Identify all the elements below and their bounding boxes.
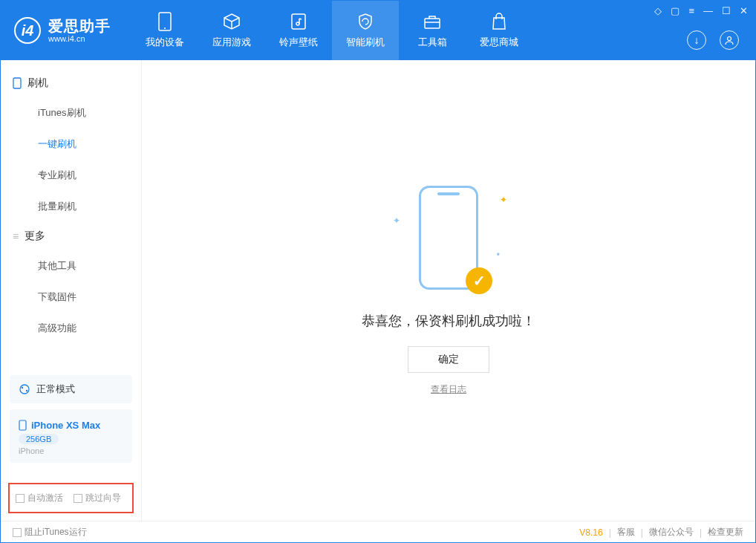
logo-text: 爱思助手 www.i4.cn	[48, 18, 111, 43]
shield-refresh-icon	[356, 12, 375, 31]
nav-ringtones[interactable]: 铃声壁纸	[265, 1, 332, 60]
sidebar-section-more: ≡ 更多	[1, 222, 141, 250]
sparkle-icon: ✦	[393, 215, 400, 226]
nav-label: 工具箱	[418, 36, 447, 49]
checkbox-icon	[74, 494, 82, 503]
toolbox-icon	[423, 12, 442, 31]
device-name: iPhone XS Max	[31, 420, 100, 431]
sidebar-item-download-firmware[interactable]: 下载固件	[1, 282, 141, 313]
ok-button[interactable]: 确定	[408, 346, 489, 373]
sidebar-item-pro-flash[interactable]: 专业刷机	[1, 160, 141, 191]
body-area: 刷机 iTunes刷机 一键刷机 专业刷机 批量刷机 ≡ 更多 其他工具 下载固…	[1, 60, 755, 521]
checkbox-label: 跳过向导	[85, 492, 121, 504]
mode-icon	[19, 383, 30, 395]
svg-point-6	[728, 37, 731, 41]
nav-my-device[interactable]: 我的设备	[131, 1, 198, 60]
main-nav: 我的设备 应用游戏 铃声壁纸 智能刷机 工具箱 爱思商城	[131, 1, 532, 60]
minimize-button[interactable]: ―	[703, 5, 713, 16]
mode-box[interactable]: 正常模式	[10, 375, 132, 403]
app-subtitle: www.i4.cn	[48, 34, 111, 43]
footer-right: V8.16 | 客服 | 微信公众号 | 检查更新	[579, 526, 743, 539]
svg-rect-2	[292, 14, 305, 29]
header-right-icons: ↓	[687, 30, 739, 50]
skip-guide-checkbox[interactable]: 跳过向导	[74, 492, 121, 504]
svg-point-9	[22, 387, 23, 388]
svg-point-1	[164, 27, 166, 29]
nav-label: 爱思商城	[480, 36, 518, 49]
cube-icon	[222, 12, 241, 31]
checkbox-icon	[16, 494, 25, 503]
device-icon	[155, 12, 175, 31]
sidebar: 刷机 iTunes刷机 一键刷机 专业刷机 批量刷机 ≡ 更多 其他工具 下载固…	[1, 60, 142, 521]
nav-toolbox[interactable]: 工具箱	[399, 1, 466, 60]
app-title: 爱思助手	[48, 18, 111, 34]
nav-label: 铃声壁纸	[279, 36, 318, 49]
footer-support-link[interactable]: 客服	[617, 526, 635, 539]
logo-area: i4 爱思助手 www.i4.cn	[1, 17, 124, 44]
menu-icon[interactable]: ≡	[688, 5, 694, 16]
download-icon[interactable]: ↓	[687, 30, 706, 50]
check-badge-icon: ✓	[466, 267, 492, 294]
device-type: iPhone	[19, 446, 123, 455]
sidebar-item-itunes-flash[interactable]: iTunes刷机	[1, 97, 141, 129]
sidebar-item-batch-flash[interactable]: 批量刷机	[1, 191, 141, 222]
maximize-button[interactable]: ☐	[722, 5, 731, 16]
skin-icon[interactable]: ◇	[654, 5, 662, 16]
section-label: 刷机	[27, 77, 48, 90]
mode-label: 正常模式	[36, 383, 75, 396]
feedback-icon[interactable]: ▢	[671, 5, 680, 16]
main-content: ✓ ✦ ✦ • 恭喜您，保资料刷机成功啦！ 确定 查看日志	[142, 60, 755, 521]
sparkle-icon: •	[497, 250, 500, 260]
nav-smart-flash[interactable]: 智能刷机	[332, 1, 399, 60]
success-message: 恭喜您，保资料刷机成功啦！	[362, 312, 535, 330]
sidebar-item-advanced[interactable]: 高级功能	[1, 313, 141, 344]
checkbox-icon	[13, 528, 22, 537]
device-phone-icon	[19, 420, 27, 431]
section-label: 更多	[25, 230, 45, 243]
bag-icon	[489, 12, 509, 31]
device-capacity: 256GB	[19, 434, 59, 444]
list-icon: ≡	[13, 230, 19, 242]
nav-apps-games[interactable]: 应用游戏	[198, 1, 265, 60]
close-button[interactable]: ✕	[740, 5, 748, 16]
logo-icon: i4	[14, 17, 41, 44]
sidebar-item-oneclick-flash[interactable]: 一键刷机	[1, 129, 141, 160]
checkbox-label: 自动激活	[27, 492, 63, 504]
user-icon[interactable]	[720, 30, 739, 50]
nav-label: 智能刷机	[346, 36, 385, 49]
checkbox-label: 阻止iTunes运行	[25, 526, 87, 539]
status-bar: 阻止iTunes运行 V8.16 | 客服 | 微信公众号 | 检查更新	[1, 521, 755, 543]
svg-point-8	[20, 385, 29, 394]
phone-small-icon	[13, 77, 22, 89]
svg-point-3	[296, 22, 299, 25]
nav-label: 应用游戏	[212, 36, 251, 49]
sidebar-item-other-tools[interactable]: 其他工具	[1, 250, 141, 282]
footer-wechat-link[interactable]: 微信公众号	[649, 526, 694, 539]
music-file-icon	[289, 12, 308, 31]
version-label: V8.16	[579, 527, 602, 538]
window-controls: ◇ ▢ ≡ ― ☐ ✕	[654, 5, 748, 16]
app-header: i4 爱思助手 www.i4.cn 我的设备 应用游戏 铃声壁纸 智能刷机 工具…	[1, 1, 755, 60]
svg-rect-11	[19, 420, 26, 430]
sparkle-icon: ✦	[500, 195, 507, 205]
sidebar-section-flash: 刷机	[1, 69, 141, 97]
svg-rect-4	[425, 19, 440, 28]
footer-update-link[interactable]: 检查更新	[708, 526, 743, 539]
nav-store[interactable]: 爱思商城	[466, 1, 532, 60]
device-box[interactable]: iPhone XS Max 256GB iPhone	[10, 409, 132, 463]
success-illustration: ✓ ✦ ✦ •	[408, 186, 489, 297]
view-log-link[interactable]: 查看日志	[431, 383, 466, 396]
svg-point-10	[26, 390, 27, 391]
nav-label: 我的设备	[146, 36, 184, 49]
highlighted-checkbox-row: 自动激活 跳过向导	[8, 483, 134, 513]
block-itunes-checkbox[interactable]: 阻止iTunes运行	[13, 526, 87, 539]
auto-activate-checkbox[interactable]: 自动激活	[16, 492, 63, 504]
svg-rect-7	[13, 78, 21, 88]
